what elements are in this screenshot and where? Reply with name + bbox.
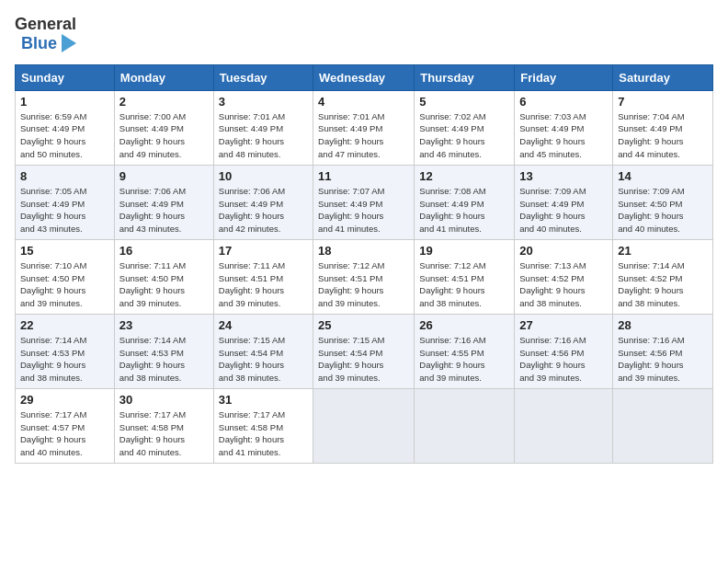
day-info: Sunrise: 7:15 AM Sunset: 4:54 PM Dayligh… bbox=[318, 334, 409, 385]
day-number: 11 bbox=[318, 169, 409, 183]
calendar-cell: 24Sunrise: 7:15 AM Sunset: 4:54 PM Dayli… bbox=[213, 314, 313, 388]
calendar-cell bbox=[415, 388, 515, 463]
day-number: 24 bbox=[219, 318, 308, 332]
calendar-cell: 2Sunrise: 7:00 AM Sunset: 4:49 PM Daylig… bbox=[114, 90, 213, 165]
calendar-cell: 25Sunrise: 7:15 AM Sunset: 4:54 PM Dayli… bbox=[313, 314, 415, 388]
day-number: 15 bbox=[20, 244, 109, 258]
day-info: Sunrise: 7:17 AM Sunset: 4:58 PM Dayligh… bbox=[219, 408, 308, 459]
day-number: 4 bbox=[318, 95, 409, 109]
day-info: Sunrise: 7:08 AM Sunset: 4:49 PM Dayligh… bbox=[419, 185, 509, 236]
day-number: 2 bbox=[119, 95, 209, 109]
day-info: Sunrise: 7:14 AM Sunset: 4:52 PM Dayligh… bbox=[618, 259, 708, 310]
day-number: 6 bbox=[519, 95, 608, 109]
calendar-cell: 27Sunrise: 7:16 AM Sunset: 4:56 PM Dayli… bbox=[515, 314, 613, 388]
calendar-cell: 4Sunrise: 7:01 AM Sunset: 4:49 PM Daylig… bbox=[313, 90, 415, 165]
calendar-cell: 12Sunrise: 7:08 AM Sunset: 4:49 PM Dayli… bbox=[415, 165, 515, 239]
day-number: 19 bbox=[419, 244, 509, 258]
day-info: Sunrise: 7:14 AM Sunset: 4:53 PM Dayligh… bbox=[20, 334, 109, 385]
calendar-cell: 26Sunrise: 7:16 AM Sunset: 4:55 PM Dayli… bbox=[415, 314, 515, 388]
logo-blue: Blue bbox=[21, 34, 57, 53]
calendar-cell: 29Sunrise: 7:17 AM Sunset: 4:57 PM Dayli… bbox=[16, 388, 115, 463]
day-info: Sunrise: 7:00 AM Sunset: 4:49 PM Dayligh… bbox=[119, 110, 209, 161]
col-header-wednesday: Wednesday bbox=[313, 64, 415, 90]
day-number: 10 bbox=[219, 169, 308, 183]
day-info: Sunrise: 6:59 AM Sunset: 4:49 PM Dayligh… bbox=[20, 110, 109, 161]
day-info: Sunrise: 7:17 AM Sunset: 4:57 PM Dayligh… bbox=[20, 408, 109, 459]
calendar-cell: 21Sunrise: 7:14 AM Sunset: 4:52 PM Dayli… bbox=[613, 239, 713, 314]
day-number: 16 bbox=[119, 244, 209, 258]
calendar-cell: 19Sunrise: 7:12 AM Sunset: 4:51 PM Dayli… bbox=[415, 239, 515, 314]
col-header-tuesday: Tuesday bbox=[213, 64, 313, 90]
day-info: Sunrise: 7:11 AM Sunset: 4:50 PM Dayligh… bbox=[119, 259, 209, 310]
calendar-cell bbox=[515, 388, 613, 463]
calendar-cell: 16Sunrise: 7:11 AM Sunset: 4:50 PM Dayli… bbox=[114, 239, 213, 314]
day-number: 1 bbox=[20, 95, 109, 109]
day-info: Sunrise: 7:04 AM Sunset: 4:49 PM Dayligh… bbox=[618, 110, 708, 161]
calendar-cell: 6Sunrise: 7:03 AM Sunset: 4:49 PM Daylig… bbox=[515, 90, 613, 165]
day-number: 14 bbox=[618, 169, 708, 183]
day-number: 22 bbox=[20, 318, 109, 332]
col-header-thursday: Thursday bbox=[415, 64, 515, 90]
day-info: Sunrise: 7:13 AM Sunset: 4:52 PM Dayligh… bbox=[519, 259, 608, 310]
calendar-cell: 10Sunrise: 7:06 AM Sunset: 4:49 PM Dayli… bbox=[213, 165, 313, 239]
calendar-cell: 23Sunrise: 7:14 AM Sunset: 4:53 PM Dayli… bbox=[114, 314, 213, 388]
logo-general: General bbox=[15, 15, 76, 33]
day-info: Sunrise: 7:10 AM Sunset: 4:50 PM Dayligh… bbox=[20, 259, 109, 310]
day-info: Sunrise: 7:01 AM Sunset: 4:49 PM Dayligh… bbox=[318, 110, 409, 161]
calendar-cell: 7Sunrise: 7:04 AM Sunset: 4:49 PM Daylig… bbox=[613, 90, 713, 165]
day-number: 21 bbox=[618, 244, 708, 258]
day-number: 8 bbox=[20, 169, 109, 183]
logo: General Blue bbox=[15, 15, 76, 53]
day-number: 28 bbox=[618, 318, 708, 332]
day-info: Sunrise: 7:16 AM Sunset: 4:55 PM Dayligh… bbox=[419, 334, 509, 385]
day-info: Sunrise: 7:07 AM Sunset: 4:49 PM Dayligh… bbox=[318, 185, 409, 236]
day-info: Sunrise: 7:16 AM Sunset: 4:56 PM Dayligh… bbox=[519, 334, 608, 385]
day-number: 23 bbox=[119, 318, 209, 332]
day-number: 12 bbox=[419, 169, 509, 183]
day-number: 25 bbox=[318, 318, 409, 332]
day-info: Sunrise: 7:06 AM Sunset: 4:49 PM Dayligh… bbox=[119, 185, 209, 236]
day-number: 18 bbox=[318, 244, 409, 258]
day-info: Sunrise: 7:12 AM Sunset: 4:51 PM Dayligh… bbox=[419, 259, 509, 310]
day-number: 20 bbox=[519, 244, 608, 258]
day-info: Sunrise: 7:05 AM Sunset: 4:49 PM Dayligh… bbox=[20, 185, 109, 236]
col-header-monday: Monday bbox=[114, 64, 213, 90]
day-number: 5 bbox=[419, 95, 509, 109]
calendar-cell: 30Sunrise: 7:17 AM Sunset: 4:58 PM Dayli… bbox=[114, 388, 213, 463]
calendar-cell: 22Sunrise: 7:14 AM Sunset: 4:53 PM Dayli… bbox=[16, 314, 115, 388]
calendar-cell: 3Sunrise: 7:01 AM Sunset: 4:49 PM Daylig… bbox=[213, 90, 313, 165]
calendar-cell: 13Sunrise: 7:09 AM Sunset: 4:49 PM Dayli… bbox=[515, 165, 613, 239]
logo-arrow bbox=[62, 34, 76, 52]
calendar-cell: 18Sunrise: 7:12 AM Sunset: 4:51 PM Dayli… bbox=[313, 239, 415, 314]
calendar-cell: 5Sunrise: 7:02 AM Sunset: 4:49 PM Daylig… bbox=[415, 90, 515, 165]
day-number: 29 bbox=[20, 393, 109, 407]
day-info: Sunrise: 7:01 AM Sunset: 4:49 PM Dayligh… bbox=[219, 110, 308, 161]
day-info: Sunrise: 7:06 AM Sunset: 4:49 PM Dayligh… bbox=[219, 185, 308, 236]
calendar-cell: 14Sunrise: 7:09 AM Sunset: 4:50 PM Dayli… bbox=[613, 165, 713, 239]
day-info: Sunrise: 7:15 AM Sunset: 4:54 PM Dayligh… bbox=[219, 334, 308, 385]
day-number: 9 bbox=[119, 169, 209, 183]
day-number: 17 bbox=[219, 244, 308, 258]
calendar-cell: 15Sunrise: 7:10 AM Sunset: 4:50 PM Dayli… bbox=[16, 239, 115, 314]
page-header: General Blue bbox=[15, 15, 713, 53]
day-number: 30 bbox=[119, 393, 209, 407]
calendar-cell: 28Sunrise: 7:16 AM Sunset: 4:56 PM Dayli… bbox=[613, 314, 713, 388]
calendar-cell: 11Sunrise: 7:07 AM Sunset: 4:49 PM Dayli… bbox=[313, 165, 415, 239]
day-info: Sunrise: 7:03 AM Sunset: 4:49 PM Dayligh… bbox=[519, 110, 608, 161]
calendar-cell: 1Sunrise: 6:59 AM Sunset: 4:49 PM Daylig… bbox=[16, 90, 115, 165]
day-number: 3 bbox=[219, 95, 308, 109]
day-number: 13 bbox=[519, 169, 608, 183]
calendar-cell: 17Sunrise: 7:11 AM Sunset: 4:51 PM Dayli… bbox=[213, 239, 313, 314]
col-header-saturday: Saturday bbox=[613, 64, 713, 90]
col-header-friday: Friday bbox=[515, 64, 613, 90]
day-info: Sunrise: 7:09 AM Sunset: 4:50 PM Dayligh… bbox=[618, 185, 708, 236]
calendar-cell: 9Sunrise: 7:06 AM Sunset: 4:49 PM Daylig… bbox=[114, 165, 213, 239]
day-info: Sunrise: 7:09 AM Sunset: 4:49 PM Dayligh… bbox=[519, 185, 608, 236]
day-info: Sunrise: 7:11 AM Sunset: 4:51 PM Dayligh… bbox=[219, 259, 308, 310]
day-info: Sunrise: 7:16 AM Sunset: 4:56 PM Dayligh… bbox=[618, 334, 708, 385]
day-number: 31 bbox=[219, 393, 308, 407]
day-number: 7 bbox=[618, 95, 708, 109]
day-info: Sunrise: 7:14 AM Sunset: 4:53 PM Dayligh… bbox=[119, 334, 209, 385]
calendar-cell: 20Sunrise: 7:13 AM Sunset: 4:52 PM Dayli… bbox=[515, 239, 613, 314]
calendar-cell bbox=[613, 388, 713, 463]
